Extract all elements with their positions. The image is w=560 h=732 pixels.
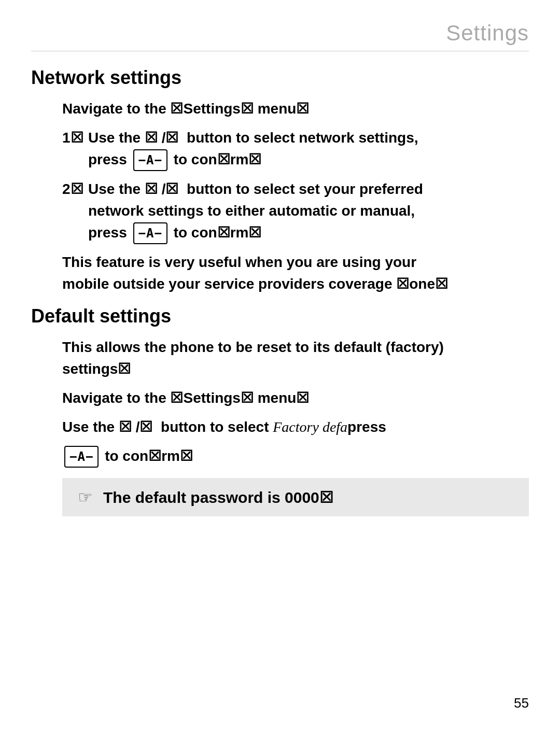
confirm-button-1: −A−: [133, 149, 167, 171]
network-settings-heading: Network settings: [31, 67, 529, 89]
confirm-text: −A− to con☒rm☒: [62, 445, 529, 468]
default-settings-heading: Default settings: [31, 305, 529, 327]
network-item-1: 1☒ Use the ☒ /☒ button to select network…: [62, 127, 529, 171]
item-text-2: Use the ☒ /☒ button to select set your p…: [88, 178, 529, 244]
default-settings-section: Default settings This allows the phone t…: [31, 305, 529, 516]
item-number-2: 2☒: [62, 178, 88, 200]
confirm-button-2: −A−: [133, 222, 167, 244]
network-settings-content: Navigate to the ☒Settings☒ menu☒ 1☒ Use …: [31, 98, 529, 295]
default-navigate-text: Navigate to the ☒Settings☒ menu☒: [62, 387, 529, 409]
note-icon: ☞: [78, 487, 93, 507]
use-the-text: Use the ☒ /☒ button to select Factory de…: [62, 416, 529, 438]
default-settings-content: This allows the phone to be reset to its…: [31, 336, 529, 516]
item-number-1: 1☒: [62, 127, 88, 149]
page-title: Settings: [446, 21, 529, 46]
factory-default-italic: Factory defa: [273, 419, 347, 435]
feature-note-text: This feature is very useful when you are…: [62, 251, 529, 295]
network-navigate-text: Navigate to the ☒Settings☒ menu☒: [62, 98, 529, 120]
confirm-button-3: −A−: [64, 446, 99, 468]
note-text: The default password is 0000☒: [103, 488, 333, 506]
page-number: 55: [514, 695, 529, 711]
network-item-2: 2☒ Use the ☒ /☒ button to select set you…: [62, 178, 529, 244]
page-header: Settings: [31, 21, 529, 51]
default-reset-text: This allows the phone to be reset to its…: [62, 336, 529, 380]
page-container: Settings Network settings Navigate to th…: [0, 0, 560, 732]
network-settings-section: Network settings Navigate to the ☒Settin…: [31, 67, 529, 295]
item-text-1: Use the ☒ /☒ button to select network se…: [88, 127, 529, 171]
note-box: ☞ The default password is 0000☒: [62, 478, 529, 516]
